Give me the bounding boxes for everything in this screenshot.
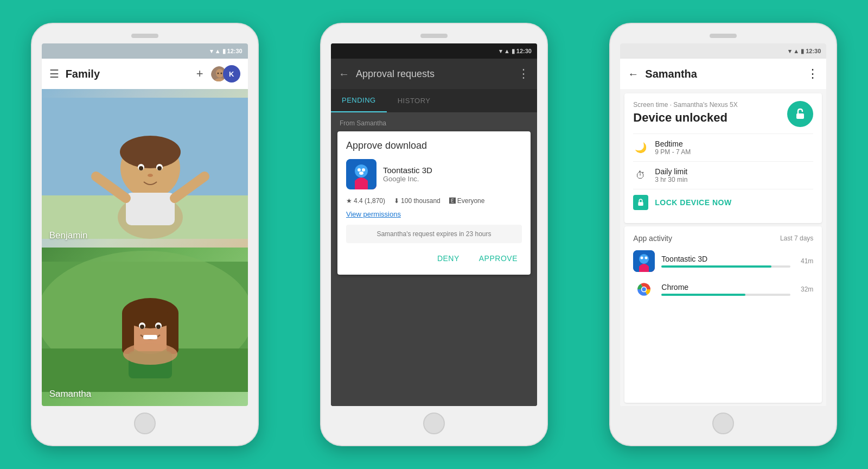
toontastic-bar	[661, 265, 771, 268]
time-3: 12:30	[806, 48, 821, 54]
toontastic-small-icon-svg	[633, 250, 655, 272]
phone2-title: Approval requests	[356, 68, 511, 80]
phone2-tabs: PENDING HISTORY	[331, 89, 537, 113]
app-row-chrome[interactable]: Chrome 32m	[633, 278, 813, 300]
svg-point-1	[216, 69, 224, 78]
lock-now-svg	[636, 198, 645, 207]
chrome-time: 32m	[797, 286, 813, 293]
approval-card-title: Approve download	[346, 140, 522, 151]
more-options-icon-3[interactable]: ⋮	[807, 67, 819, 81]
benjamin-bg	[42, 89, 248, 248]
chrome-bar	[661, 294, 745, 296]
setting-daily-limit: ⏱ Daily limit 3 hr 30 min	[633, 161, 813, 189]
svg-point-35	[362, 168, 365, 172]
from-label: From Samantha	[331, 113, 537, 131]
status-bar-2: ▾ ▲ ▮ 12:30	[331, 43, 537, 59]
svg-point-34	[358, 168, 361, 172]
svg-point-31	[123, 343, 177, 365]
app-rating-value: 4.4 (1,870)	[354, 197, 385, 205]
phone3-toolbar: ← Samantha ⋮	[620, 59, 826, 89]
phone-speaker-3	[710, 34, 737, 38]
status-bar-3: ▾ ▲ ▮ 12:30	[620, 43, 826, 59]
tab-pending[interactable]: PENDING	[331, 89, 387, 112]
phone-home-button-3[interactable]	[712, 413, 734, 434]
app-downloads: ⬇ 100 thousand	[394, 197, 441, 205]
svg-point-3	[217, 73, 219, 74]
chrome-row-info: Chrome	[661, 283, 790, 296]
svg-point-27	[140, 325, 144, 329]
avatar-group: K	[210, 65, 240, 83]
svg-rect-37	[796, 113, 804, 119]
contact-label-samantha: Samantha	[49, 389, 92, 400]
screen-time-header: Screen time · Samantha's Nexus 5X Device…	[633, 101, 813, 134]
unlock-icon-svg	[794, 107, 807, 121]
phone-1: ▾ ▲ ▮ 12:30 ☰ Family +	[31, 23, 259, 446]
moon-icon: 🌙	[633, 142, 648, 154]
approval-card: Approve download Toontastic 3D	[337, 131, 531, 275]
expiry-banner: Samantha's request expires in 23 hours	[346, 225, 522, 243]
status-icons-1: ▾ ▲ ▮ 12:30	[210, 48, 242, 55]
lock-now-row[interactable]: LOCK DEVICE NOW	[633, 189, 813, 216]
time-2: 12:30	[516, 48, 532, 54]
avatar-initials: K	[223, 65, 240, 83]
app-activity-period: Last 7 days	[780, 234, 813, 242]
lock-status-icon	[787, 101, 813, 127]
phone-3: ▾ ▲ ▮ 12:30 ← Samantha ⋮ Screen time · S…	[609, 23, 837, 446]
app-activity-header: App activity Last 7 days	[633, 234, 813, 243]
app-name: Toontastic 3D	[383, 166, 432, 175]
phone-speaker-1	[131, 34, 158, 38]
bedtime-title: Bedtime	[655, 140, 813, 148]
daily-limit-value: 3 hr 30 min	[655, 176, 813, 183]
samantha-bg	[42, 248, 248, 406]
deny-button[interactable]: DENY	[433, 251, 464, 266]
contact-card-benjamin[interactable]: Benjamin	[42, 89, 248, 248]
toontastic-app-icon-svg	[346, 159, 376, 189]
app-activity-title: App activity	[633, 234, 672, 243]
age-icon: 🅴	[449, 197, 456, 205]
lock-now-label[interactable]: LOCK DEVICE NOW	[655, 198, 731, 207]
phone3-content: Screen time · Samantha's Nexus 5X Device…	[620, 89, 826, 406]
screen-time-status: Device unlocked	[633, 111, 737, 125]
app-downloads-value: 100 thousand	[401, 197, 441, 205]
svg-rect-29	[143, 335, 157, 339]
battery-icon-2: ▮	[512, 48, 515, 55]
phone3-title: Samantha	[645, 68, 800, 80]
svg-point-40	[639, 254, 649, 264]
bedtime-value: 9 PM - 7 AM	[655, 148, 813, 156]
toontastic-row-info: Toontastic 3D	[661, 255, 790, 268]
phone-home-button-1[interactable]	[134, 413, 156, 434]
back-button-3[interactable]: ←	[628, 68, 639, 80]
lock-now-icon	[633, 195, 648, 210]
toontastic-row-icon	[633, 250, 655, 272]
star-icon: ★	[346, 197, 352, 205]
app-row-toontastic[interactable]: Toontastic 3D 41m	[633, 250, 813, 272]
phone-2-screen: ▾ ▲ ▮ 12:30 ← Approval requests ⋮ PENDIN…	[331, 43, 537, 406]
back-button-2[interactable]: ←	[339, 68, 349, 80]
hamburger-icon[interactable]: ☰	[49, 67, 59, 80]
approve-button[interactable]: APPROVE	[475, 251, 522, 266]
timer-icon: ⏱	[633, 170, 648, 181]
svg-point-9	[120, 136, 181, 168]
phone-home-button-2[interactable]	[423, 413, 445, 434]
chrome-icon-3	[633, 278, 655, 300]
phone-3-screen: ▾ ▲ ▮ 12:30 ← Samantha ⋮ Screen time · S…	[620, 43, 826, 406]
screen-time-label: Screen time · Samantha's Nexus 5X	[633, 101, 737, 109]
bedtime-text: Bedtime 9 PM - 7 AM	[655, 140, 813, 156]
battery-icon-3: ▮	[801, 48, 804, 55]
contact-card-samantha[interactable]: Samantha	[42, 248, 248, 406]
contact-label-benjamin: Benjamin	[49, 230, 88, 241]
app-age-rating: 🅴 Everyone	[449, 197, 485, 205]
daily-limit-title: Daily limit	[655, 167, 813, 176]
phone-1-screen: ▾ ▲ ▮ 12:30 ☰ Family +	[42, 43, 248, 406]
view-permissions-link[interactable]: View permissions	[346, 210, 522, 218]
more-options-icon-2[interactable]: ⋮	[518, 67, 529, 81]
svg-point-33	[355, 164, 368, 178]
svg-point-13	[157, 166, 162, 170]
status-bar-1: ▾ ▲ ▮ 12:30	[42, 43, 248, 59]
tab-history[interactable]: HISTORY	[387, 89, 442, 112]
phone1-title: Family	[66, 68, 190, 80]
chrome-row-icon	[633, 278, 655, 300]
phone1-toolbar: ☰ Family + K	[42, 59, 248, 89]
add-member-icon[interactable]: +	[196, 67, 203, 81]
status-icons-2: ▾ ▲ ▮ 12:30	[499, 48, 532, 55]
